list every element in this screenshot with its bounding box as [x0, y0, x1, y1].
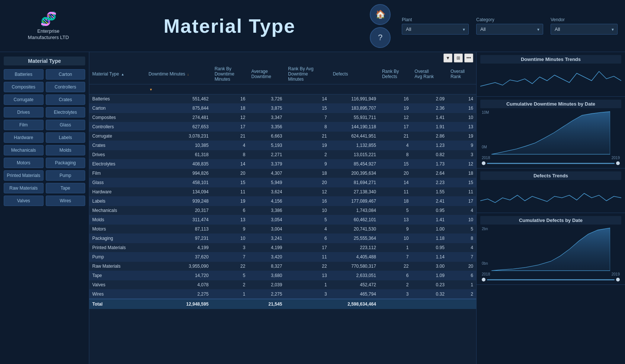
sidebar-btn-film[interactable]: Film: [4, 120, 44, 130]
material-type-cell: Hardware: [89, 187, 145, 197]
vendor-filter-select[interactable]: All: [551, 24, 618, 35]
cumulative-defects-container: 2bn 0bn 2018 2019: [480, 227, 621, 281]
data-cell: 14: [379, 178, 411, 187]
sidebar-btn-wires[interactable]: Wires: [46, 196, 86, 206]
cum-defects-y-bottom: 0bn: [482, 261, 488, 265]
data-cell: 0.82: [411, 150, 448, 160]
data-cell: 20,741,530: [330, 225, 379, 234]
sidebar-btn-molds[interactable]: Molds: [46, 145, 86, 155]
sidebar-btn-drives[interactable]: Drives: [4, 107, 44, 117]
category-filter-select[interactable]: All: [476, 24, 543, 35]
material-type-cell: Raw Materials: [89, 262, 145, 271]
right-panel: Downtime Minutes Trends Cumulative Downt…: [476, 52, 625, 364]
table-row: Labels939,248194,15616177,089,467182.411…: [89, 197, 476, 206]
sidebar-btn-packaging[interactable]: Packaging: [46, 158, 86, 168]
plant-filter-select[interactable]: All: [402, 24, 469, 35]
table-toolbar: ▼ ⊞ •••: [443, 54, 473, 62]
data-cell: 2,633,051: [330, 271, 379, 280]
sidebar-btn-hardware[interactable]: Hardware: [4, 132, 44, 143]
col-overall-avg-rank[interactable]: OverallAvg Rank: [411, 63, 448, 84]
sidebar-btn-controllers[interactable]: Controllers: [46, 82, 86, 92]
sidebar-btn-batteries[interactable]: Batteries: [4, 69, 44, 80]
data-cell: 8: [448, 234, 476, 243]
col-rank-downtime[interactable]: Rank ByDowntimeMinutes: [212, 63, 249, 84]
cum-downtime-slider[interactable]: [480, 161, 621, 165]
data-cell: 3,875: [248, 104, 285, 113]
data-cell: 0.95: [411, 206, 448, 215]
help-button[interactable]: ?: [370, 27, 391, 48]
sidebar-btn-crates[interactable]: Crates: [46, 94, 86, 105]
data-cell: 6: [285, 234, 330, 243]
data-cell: 1: [379, 243, 411, 252]
data-cell: 11: [379, 187, 411, 197]
data-cell: 19: [448, 132, 476, 141]
cumulative-defects-section: Cumulative Defects by Date 2bn 0bn: [477, 213, 625, 285]
more-toolbar-btn[interactable]: •••: [464, 54, 473, 62]
cum-downtime-y-top: 10M: [482, 110, 489, 115]
table-row: Raw Materials3,955,090228,32722770,580,3…: [89, 262, 476, 271]
category-filter-label: Category: [476, 17, 543, 22]
sidebar-btn-labels[interactable]: Labels: [46, 132, 86, 143]
table-row: Packaging97,231103,241625,555,364101.188: [89, 234, 476, 243]
material-type-cell: Electrolytes: [89, 160, 145, 169]
col-rank-avg-downtime[interactable]: Rank By AvgDowntimeMinutes: [285, 63, 330, 84]
data-cell: 274,481: [145, 113, 212, 122]
data-cell: 14,720: [145, 271, 212, 280]
data-cell: 4,078: [145, 280, 212, 290]
col-avg-downtime[interactable]: AverageDowntime: [248, 63, 285, 84]
data-cell: 16: [212, 94, 249, 104]
cum-defects-slider[interactable]: [480, 278, 621, 281]
vendor-filter-group: Vendor All: [551, 17, 618, 35]
table-row: Mechanicals20,31763,386101,743,08450.954: [89, 206, 476, 215]
sidebar-btn-electrolytes[interactable]: Electrolytes: [46, 107, 86, 117]
material-type-cell: Crates: [89, 141, 145, 150]
sidebar-btn-valves[interactable]: Valves: [4, 196, 44, 206]
data-cell: 19: [212, 197, 249, 206]
data-cell: 13,015,221: [330, 150, 379, 160]
table-row: Batteries551,462163,72614116,991,949162.…: [89, 94, 476, 104]
data-cell: 8: [379, 150, 411, 160]
sidebar-btn-raw-materials[interactable]: Raw Materials: [4, 183, 44, 193]
data-cell: 15: [212, 178, 249, 187]
data-cell: 2,275: [145, 290, 212, 299]
col-material-type[interactable]: Material Type ▲: [89, 63, 145, 84]
table-row: Pump37,62073,420114,405,48871.147: [89, 252, 476, 262]
material-type-cell: Film: [89, 169, 145, 178]
sidebar-btn-mechanicals[interactable]: Mechanicals: [4, 145, 44, 155]
data-cell: 994,826: [145, 169, 212, 178]
defects-trends-chart: [480, 182, 621, 208]
data-cell: 1.09: [411, 271, 448, 280]
svg-marker-0: [491, 112, 610, 154]
sidebar-btn-glass[interactable]: Glass: [46, 120, 86, 130]
data-cell: 17: [379, 122, 411, 132]
sidebar-btn-carton[interactable]: Carton: [46, 69, 86, 80]
filter-toolbar-btn[interactable]: ▼: [443, 54, 452, 62]
sidebar-btn-pump[interactable]: Pump: [46, 170, 86, 181]
data-cell: 4: [448, 206, 476, 215]
col-downtime-minutes[interactable]: Downtime Minutes ↓: [145, 63, 212, 84]
data-cell: 875,844: [145, 104, 212, 113]
home-button[interactable]: 🏠: [370, 4, 391, 25]
data-cell: 144,190,118: [330, 122, 379, 132]
data-cell: 1: [448, 280, 476, 290]
data-cell: 12: [448, 160, 476, 169]
svg-marker-1: [491, 228, 610, 271]
col-overall-rank[interactable]: OverallRank: [448, 63, 476, 84]
sidebar-btn-corrugate[interactable]: Corrugate: [4, 94, 44, 105]
data-cell: 7: [212, 252, 249, 262]
data-cell: 61,318: [145, 150, 212, 160]
sidebar-btn-printed-materials[interactable]: Printed Materials: [4, 170, 44, 181]
data-cell: 7: [448, 252, 476, 262]
grid-toolbar-btn[interactable]: ⊞: [454, 54, 463, 62]
cumulative-downtime-title: Cumulative Downtime Minutes by Date: [480, 100, 621, 108]
data-cell: 624,441,951: [330, 132, 379, 141]
data-cell: 6: [212, 206, 249, 215]
sidebar-btn-tape[interactable]: Tape: [46, 183, 86, 193]
data-cell: 9: [379, 225, 411, 234]
data-cell: 3,356: [248, 122, 285, 132]
sidebar-btn-motors[interactable]: Motors: [4, 158, 44, 168]
sidebar-btn-composites[interactable]: Composites: [4, 82, 44, 92]
col-defects[interactable]: Defects: [330, 63, 379, 84]
col-rank-defects[interactable]: Rank ByDefects: [379, 63, 411, 84]
data-cell: 770,580,317: [330, 262, 379, 271]
